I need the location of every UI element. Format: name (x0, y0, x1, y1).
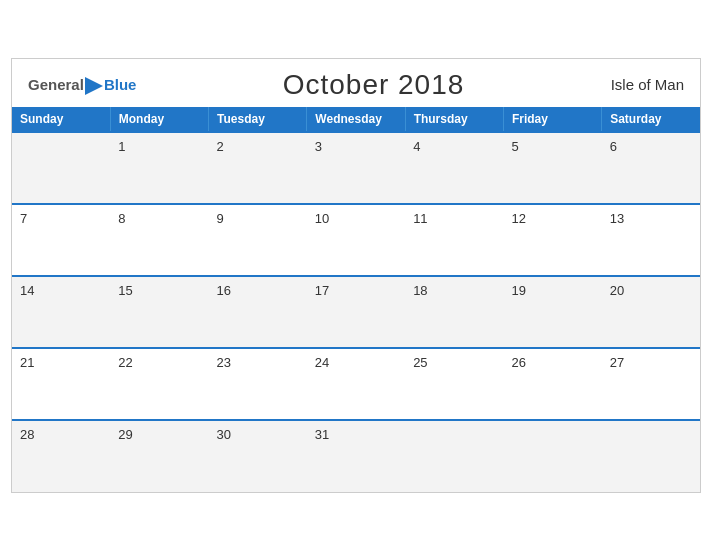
day-number: 20 (610, 283, 624, 298)
day-number: 30 (217, 427, 231, 442)
table-row: 19 (503, 276, 601, 348)
table-row: 7 (12, 204, 110, 276)
day-number: 24 (315, 355, 329, 370)
table-row: 11 (405, 204, 503, 276)
table-row: 17 (307, 276, 405, 348)
day-number: 4 (413, 139, 420, 154)
day-number: 23 (217, 355, 231, 370)
day-number: 17 (315, 283, 329, 298)
table-row: 12 (503, 204, 601, 276)
table-row: 3 (307, 132, 405, 204)
day-number: 29 (118, 427, 132, 442)
table-row: 26 (503, 348, 601, 420)
table-row: 25 (405, 348, 503, 420)
day-number: 7 (20, 211, 27, 226)
logo-blue-text: Blue (104, 76, 137, 93)
table-row: 20 (602, 276, 700, 348)
day-number: 22 (118, 355, 132, 370)
header-thursday: Thursday (405, 107, 503, 132)
table-row: 18 (405, 276, 503, 348)
calendar-week-row: 14151617181920 (12, 276, 700, 348)
table-row (12, 132, 110, 204)
calendar-grid: Sunday Monday Tuesday Wednesday Thursday… (12, 107, 700, 492)
day-number: 2 (217, 139, 224, 154)
table-row: 6 (602, 132, 700, 204)
table-row (405, 420, 503, 492)
table-row: 14 (12, 276, 110, 348)
table-row: 13 (602, 204, 700, 276)
table-row: 28 (12, 420, 110, 492)
table-row: 9 (209, 204, 307, 276)
table-row: 8 (110, 204, 208, 276)
header-monday: Monday (110, 107, 208, 132)
table-row: 1 (110, 132, 208, 204)
day-number: 26 (511, 355, 525, 370)
table-row: 21 (12, 348, 110, 420)
table-row: 4 (405, 132, 503, 204)
logo-general-text: General (28, 76, 84, 93)
day-number: 14 (20, 283, 34, 298)
table-row (503, 420, 601, 492)
header-friday: Friday (503, 107, 601, 132)
day-number: 9 (217, 211, 224, 226)
logo: General Blue (28, 76, 136, 93)
svg-marker-0 (85, 77, 103, 95)
month-title: October 2018 (283, 69, 465, 101)
day-number: 19 (511, 283, 525, 298)
day-number: 31 (315, 427, 329, 442)
header-wednesday: Wednesday (307, 107, 405, 132)
day-number: 8 (118, 211, 125, 226)
day-number: 28 (20, 427, 34, 442)
calendar-week-row: 28293031 (12, 420, 700, 492)
day-number: 18 (413, 283, 427, 298)
day-number: 6 (610, 139, 617, 154)
day-number: 10 (315, 211, 329, 226)
table-row: 31 (307, 420, 405, 492)
calendar-container: General Blue October 2018 Isle of Man Su… (11, 58, 701, 493)
table-row: 10 (307, 204, 405, 276)
day-number: 12 (511, 211, 525, 226)
table-row: 23 (209, 348, 307, 420)
day-number: 11 (413, 211, 427, 226)
day-number: 3 (315, 139, 322, 154)
table-row: 24 (307, 348, 405, 420)
header-sunday: Sunday (12, 107, 110, 132)
calendar-week-row: 123456 (12, 132, 700, 204)
table-row: 5 (503, 132, 601, 204)
table-row (602, 420, 700, 492)
day-number: 16 (217, 283, 231, 298)
table-row: 30 (209, 420, 307, 492)
table-row: 15 (110, 276, 208, 348)
day-number: 15 (118, 283, 132, 298)
table-row: 27 (602, 348, 700, 420)
day-number: 5 (511, 139, 518, 154)
day-number: 27 (610, 355, 624, 370)
calendar-week-row: 78910111213 (12, 204, 700, 276)
weekday-header-row: Sunday Monday Tuesday Wednesday Thursday… (12, 107, 700, 132)
calendar-week-row: 21222324252627 (12, 348, 700, 420)
calendar-header: General Blue October 2018 Isle of Man (12, 59, 700, 107)
header-saturday: Saturday (602, 107, 700, 132)
table-row: 2 (209, 132, 307, 204)
day-number: 13 (610, 211, 624, 226)
day-number: 1 (118, 139, 125, 154)
table-row: 29 (110, 420, 208, 492)
header-tuesday: Tuesday (209, 107, 307, 132)
day-number: 25 (413, 355, 427, 370)
table-row: 16 (209, 276, 307, 348)
logo-flag-icon (85, 77, 103, 95)
region-label: Isle of Man (611, 76, 684, 93)
table-row: 22 (110, 348, 208, 420)
day-number: 21 (20, 355, 34, 370)
